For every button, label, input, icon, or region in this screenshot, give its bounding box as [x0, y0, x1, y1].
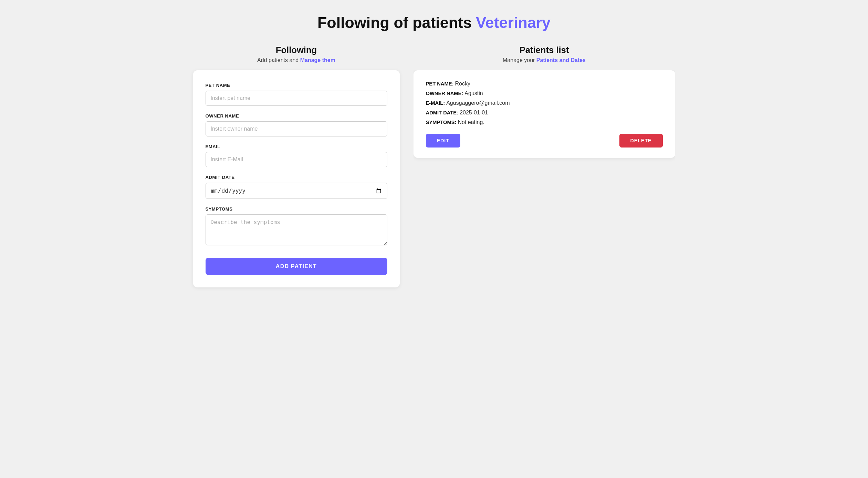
patient-email-label: E-MAIL:	[426, 100, 447, 106]
admit-date-label: ADMIT DATE	[206, 175, 387, 180]
pet-name-input[interactable]	[206, 91, 387, 106]
email-input[interactable]	[206, 152, 387, 167]
owner-name-group: OWNER NAME	[206, 113, 387, 136]
owner-name-label: OWNER NAME	[206, 113, 387, 119]
left-panel-title: Following	[193, 45, 400, 55]
patients-list-container: PET NAME: Rocky OWNER NAME: Agustin E-MA…	[414, 70, 675, 165]
owner-name-input[interactable]	[206, 121, 387, 136]
add-patient-form-card: PET NAME OWNER NAME EMAIL ADMIT DATE SYM…	[193, 70, 400, 287]
patient-owner-name-value: Agustin	[464, 90, 483, 96]
email-label: EMAIL	[206, 144, 387, 149]
symptoms-textarea[interactable]	[206, 214, 387, 245]
right-panel-subtitle-link[interactable]: Patients and Dates	[536, 57, 586, 63]
page-title-highlight: Veterinary	[476, 14, 551, 31]
page-title: Following of patients Veterinary	[21, 14, 847, 31]
left-panel-subtitle-plain: Add patients and	[257, 57, 300, 63]
pet-name-group: PET NAME	[206, 83, 387, 106]
page-title-plain: Following of patients	[317, 14, 476, 31]
left-panel: Following Add patients and Manage them P…	[193, 45, 400, 287]
left-panel-heading: Following Add patients and Manage them	[193, 45, 400, 63]
edit-button[interactable]: EDIT	[426, 134, 460, 148]
admit-date-group: ADMIT DATE	[206, 175, 387, 199]
patient-owner-name-label: OWNER NAME:	[426, 91, 465, 96]
right-panel-title: Patients list	[414, 45, 675, 55]
left-panel-subtitle: Add patients and Manage them	[193, 57, 400, 63]
add-patient-button[interactable]: ADD PATIENT	[206, 258, 387, 275]
pet-name-label: PET NAME	[206, 83, 387, 88]
patient-admit-date-value: 2025-01-01	[460, 110, 488, 115]
right-panel-heading: Patients list Manage your Patients and D…	[414, 45, 675, 63]
patient-symptoms: SYMPTOMS: Not eating.	[426, 119, 663, 125]
right-panel-subtitle: Manage your Patients and Dates	[414, 57, 675, 63]
patient-pet-name-label: PET NAME:	[426, 81, 455, 87]
patient-pet-name-value: Rocky	[455, 81, 470, 87]
left-panel-subtitle-link[interactable]: Manage them	[300, 57, 335, 63]
patient-email: E-MAIL: Agusgaggero@gmail.com	[426, 100, 663, 106]
patient-actions: EDIT DELETE	[426, 134, 663, 148]
patient-email-value: Agusgaggero@gmail.com	[446, 100, 510, 106]
symptoms-group: SYMPTOMS	[206, 206, 387, 247]
patient-admit-date: ADMIT DATE: 2025-01-01	[426, 110, 663, 116]
patient-admit-date-label: ADMIT DATE:	[426, 110, 460, 115]
patient-symptoms-label: SYMPTOMS:	[426, 120, 458, 125]
email-group: EMAIL	[206, 144, 387, 167]
patient-card: PET NAME: Rocky OWNER NAME: Agustin E-MA…	[414, 70, 675, 158]
delete-button[interactable]: DELETE	[619, 134, 663, 148]
patient-owner-name: OWNER NAME: Agustin	[426, 90, 663, 96]
main-content: Following Add patients and Manage them P…	[21, 45, 847, 287]
right-panel-subtitle-plain: Manage your	[503, 57, 536, 63]
admit-date-input[interactable]	[206, 183, 387, 199]
patient-symptoms-value: Not eating.	[458, 119, 484, 125]
right-panel: Patients list Manage your Patients and D…	[414, 45, 675, 165]
patient-pet-name: PET NAME: Rocky	[426, 81, 663, 87]
symptoms-label: SYMPTOMS	[206, 206, 387, 212]
page-header: Following of patients Veterinary	[21, 14, 847, 31]
